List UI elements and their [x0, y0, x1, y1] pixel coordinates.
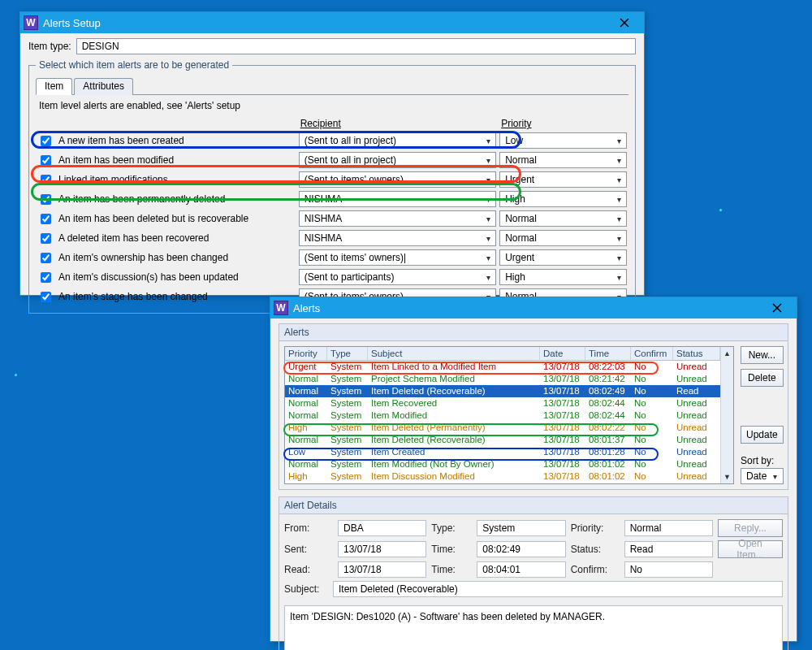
list-row[interactable]: HighSystemItem Deleted (Permanently)13/0… [285, 422, 720, 434]
list-row[interactable]: NormalSystemItem Deleted (Recoverable)13… [285, 434, 720, 446]
sort-by-label: Sort by: [741, 455, 784, 466]
alert-checkbox[interactable]: An item's stage has been changed [37, 289, 296, 305]
alert-checkbox[interactable]: An item's discussion(s) has been updated [37, 270, 296, 285]
item-type-field[interactable] [76, 38, 636, 54]
priority-combo[interactable]: Urgent▾ [499, 171, 627, 188]
col-priority[interactable]: Priority [285, 347, 327, 360]
read-label: Read: [284, 564, 333, 575]
recipient-combo[interactable]: (Sent to items' owners)|▾ [299, 249, 496, 266]
titlebar[interactable]: W Alerts Setup [20, 12, 644, 33]
priority-value: Normal [624, 520, 713, 536]
col-date[interactable]: Date [540, 347, 585, 360]
setup-row: An item has been deleted but is recovera… [36, 209, 628, 228]
alert-checkbox[interactable]: A deleted item has been recovered [37, 231, 296, 246]
col-status[interactable]: Status [673, 347, 720, 360]
time1-value: 08:02:49 [477, 541, 565, 557]
chevron-down-icon: ▾ [482, 234, 494, 243]
type-value: System [477, 520, 565, 536]
priority-combo[interactable]: Normal▾ [499, 230, 627, 246]
col-subject[interactable]: Subject [368, 347, 540, 360]
alert-details: From: DBA Type: System Priority: Normal … [279, 514, 788, 650]
alert-checkbox[interactable]: An item has been deleted but is recovera… [37, 211, 296, 227]
recipient-combo[interactable]: NISHMA▾ [299, 210, 496, 227]
checkbox[interactable] [41, 175, 51, 185]
checkbox[interactable] [41, 292, 51, 302]
checkbox[interactable] [41, 272, 51, 283]
recipient-combo[interactable]: NISHMA▾ [299, 191, 496, 207]
list-row[interactable]: HighSystemItem Discussion Modified13/07/… [285, 470, 720, 483]
tab-attributes[interactable]: Attributes [74, 78, 133, 95]
from-value: DBA [338, 520, 426, 536]
alert-checkbox[interactable]: An item has been modified [37, 153, 296, 168]
close-icon[interactable] [608, 14, 641, 32]
sent-label: Sent: [284, 544, 333, 555]
alert-body: Item 'DESIGN: Des1020 (A) - Software' ha… [284, 605, 783, 650]
list-row[interactable]: NormalSystemItem Modified13/07/1808:02:4… [285, 410, 720, 422]
scroll-down-icon[interactable]: ▼ [721, 470, 733, 483]
checkbox[interactable] [41, 253, 51, 263]
priority-combo[interactable]: Normal▾ [499, 210, 627, 227]
list-row[interactable]: NormalSystemItem Modified (Not By Owner)… [285, 458, 720, 470]
scroll-up-icon[interactable]: ▲ [721, 347, 733, 360]
alert-checkbox[interactable]: A new item has been created [37, 133, 296, 149]
time2-value: 08:04:01 [477, 561, 565, 578]
priority-combo[interactable]: Normal▾ [499, 152, 627, 168]
chevron-down-icon: ▾ [613, 273, 624, 282]
recipient-combo[interactable]: (Sent to participants)▾ [299, 269, 496, 285]
recipient-combo[interactable]: (Sent to all in project)▾ [299, 152, 496, 168]
list-row[interactable]: NormalSystemItem Recovered13/07/1808:02:… [285, 397, 720, 410]
alert-checkbox[interactable]: An item's ownership has been changed [37, 250, 296, 266]
app-icon: W [274, 301, 288, 315]
priority-combo[interactable]: Low▾ [499, 132, 627, 149]
list-row[interactable]: NormalSystemProject Schema Modified13/07… [285, 373, 720, 385]
checkbox[interactable] [41, 155, 51, 166]
recipient-combo[interactable]: NISHMA▾ [299, 230, 496, 246]
alerts-rows[interactable]: UrgentSystemItem Linked to a Modified It… [285, 361, 720, 483]
priority-combo[interactable]: High▾ [499, 191, 627, 207]
from-label: From: [284, 522, 333, 534]
read-value: 13/07/18 [338, 561, 426, 578]
item-type-label: Item type: [28, 41, 71, 52]
alerts-list[interactable]: Priority Type Subject Date Time Confirm … [284, 346, 734, 484]
close-icon[interactable] [761, 299, 793, 317]
status-value: Read [624, 541, 713, 557]
app-icon: W [24, 15, 38, 30]
list-row[interactable]: NormalSystemItem Deleted (Recoverable)13… [285, 385, 720, 397]
priority-combo[interactable]: High▾ [499, 269, 627, 285]
group-legend: Select which item alerts are to be gener… [36, 59, 232, 71]
setup-row: An item has been modified(Sent to all in… [36, 150, 628, 170]
checkbox[interactable] [41, 194, 51, 205]
recipient-combo[interactable]: (Sent to items' owners)▾ [299, 171, 496, 188]
checkbox[interactable] [41, 136, 51, 146]
new-button[interactable]: New... [741, 346, 784, 364]
alerts-header[interactable]: Priority Type Subject Date Time Confirm … [285, 347, 720, 361]
col-time[interactable]: Time [585, 347, 631, 360]
sort-by-combo[interactable]: Date▾ [741, 468, 784, 484]
recipient-combo[interactable]: (Sent to all in project)▾ [299, 132, 496, 149]
col-type[interactable]: Type [327, 347, 368, 360]
chevron-down-icon: ▾ [482, 136, 494, 145]
col-confirm[interactable]: Confirm [631, 347, 673, 360]
priority-combo[interactable]: Urgent▾ [499, 249, 627, 266]
checkbox[interactable] [41, 233, 51, 244]
alert-checkbox[interactable]: An item has been permanently deleted [37, 192, 296, 207]
tab-item[interactable]: Item [36, 78, 72, 95]
col-recipient: Recipient [297, 116, 498, 131]
confirm-value: No [624, 561, 713, 578]
chevron-down-icon: ▾ [613, 214, 624, 223]
chevron-down-icon: ▾ [482, 214, 494, 223]
list-row[interactable]: LowSystemItem Created13/07/1808:01:28NoU… [285, 446, 720, 458]
update-button[interactable]: Update [741, 426, 784, 444]
sent-value: 13/07/18 [338, 541, 426, 557]
alert-checkbox[interactable]: Linked item modifications [37, 172, 296, 188]
time2-label: Time: [431, 564, 472, 575]
alert-label: An item's ownership has been changed [58, 252, 228, 263]
delete-button[interactable]: Delete [741, 369, 784, 387]
alerts-setup-window: W Alerts Setup Item type: Select which i… [19, 11, 645, 296]
chevron-down-icon: ▾ [613, 156, 624, 165]
titlebar[interactable]: W Alerts [270, 297, 797, 318]
type-label: Type: [431, 522, 472, 534]
scrollbar[interactable]: ▲ ▼ [720, 347, 733, 483]
list-row[interactable]: UrgentSystemItem Linked to a Modified It… [285, 361, 720, 373]
checkbox[interactable] [41, 214, 51, 224]
